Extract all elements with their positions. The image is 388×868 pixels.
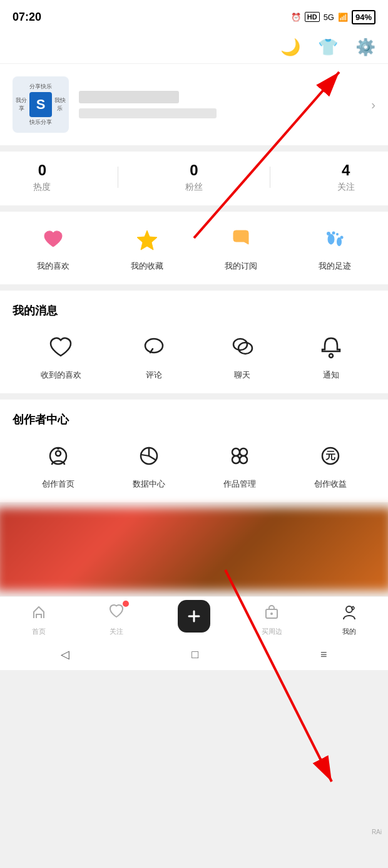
svg-text:元: 元 (325, 450, 335, 461)
profile-section[interactable]: 分享快乐 我分享 S 我快乐 快乐分享 › (0, 64, 388, 145)
stats-row: 0 热度 0 粉丝 4 关注 (0, 152, 388, 205)
status-bar: 07:20 ⏰ HD 5G 📶 94% (0, 0, 388, 31)
stat-follow-value: 4 (342, 162, 350, 179)
settings-button[interactable]: ⚙️ (355, 38, 375, 57)
quick-actions: 我的喜欢 我的收藏 我的订阅 我的足迹 (0, 212, 388, 284)
quick-action-likes[interactable]: 我的喜欢 (37, 224, 69, 272)
creator-section: 创作者中心 创作首页 数据中心 (0, 400, 388, 502)
likes-icon (38, 224, 68, 254)
message-item-chat[interactable]: 聊天 (226, 331, 258, 381)
creator-item-data[interactable]: 数据中心 (133, 440, 165, 490)
svg-point-6 (327, 232, 330, 235)
creator-works-icon (223, 440, 256, 472)
stat-heat[interactable]: 0 热度 (33, 162, 51, 193)
messages-items: 收到的喜欢 评论 聊天 (13, 331, 375, 381)
nav-shop-label: 买周边 (262, 627, 282, 636)
message-item-comment[interactable]: 评论 (138, 331, 170, 381)
nav-home-icon (30, 603, 48, 624)
msg-notify-icon (315, 331, 347, 363)
stat-divider-1 (118, 167, 118, 188)
msg-likes-icon (44, 331, 77, 363)
creator-item-income[interactable]: 元 创作收益 (314, 440, 347, 490)
quick-action-subscribe[interactable]: 我的订阅 (225, 224, 257, 272)
svg-point-14 (329, 354, 333, 358)
messages-section: 我的消息 收到的喜欢 评论 (0, 291, 388, 393)
avatar-left-text: 我分享 (15, 96, 28, 112)
menu-button[interactable]: ≡ (320, 648, 327, 661)
msg-chat-label: 聊天 (234, 369, 250, 381)
creator-title: 创作者中心 (13, 412, 375, 427)
svg-point-8 (336, 233, 339, 235)
creator-income-label: 创作收益 (314, 478, 347, 490)
creator-item-home[interactable]: 创作首页 (42, 440, 74, 490)
creator-data-label: 数据中心 (133, 478, 165, 490)
subscribe-icon (226, 224, 256, 254)
wifi-icon: 📶 (338, 13, 348, 22)
favorites-label: 我的收藏 (131, 261, 163, 272)
theme-button[interactable]: 👕 (318, 38, 338, 57)
msg-comment-icon (138, 331, 170, 363)
avatar-logo-icon: S (29, 92, 53, 117)
creator-items: 创作首页 数据中心 作品管理 (13, 440, 375, 490)
svg-point-16 (56, 451, 61, 456)
nav-item-follow[interactable]: 关注 (78, 603, 155, 636)
footprint-icon (320, 224, 350, 254)
alarm-icon: ⏰ (291, 13, 301, 22)
svg-point-20 (240, 448, 247, 456)
quick-action-favorites[interactable]: 我的收藏 (131, 224, 163, 272)
subscribe-label: 我的订阅 (225, 261, 257, 272)
avatar[interactable]: 分享快乐 我分享 S 我快乐 快乐分享 (13, 76, 69, 133)
status-icons: ⏰ HD 5G 📶 94% (291, 10, 375, 24)
follow-badge (123, 601, 129, 607)
nav-shop-icon (263, 603, 280, 624)
hd-icon: HD (305, 12, 320, 22)
nav-item-home[interactable]: 首页 (0, 603, 78, 636)
stat-follow[interactable]: 4 关注 (337, 162, 355, 193)
bottom-nav: 首页 关注 买周边 (0, 596, 388, 641)
svg-point-22 (240, 456, 247, 463)
creator-works-label: 作品管理 (223, 478, 256, 490)
avatar-right-text: 我快乐 (53, 96, 66, 112)
add-button[interactable] (178, 600, 210, 633)
quick-action-footprint[interactable]: 我的足迹 (319, 224, 351, 272)
stat-heat-label: 热度 (33, 182, 51, 193)
system-bar: ◁ □ ≡ (0, 641, 388, 670)
watermark: RAi (372, 829, 382, 835)
nav-home-label: 首页 (32, 627, 46, 636)
svg-point-26 (270, 612, 273, 615)
avatar-top-text1: 分享快乐 (29, 83, 52, 91)
likes-label: 我的喜欢 (37, 261, 69, 272)
stat-fans-value: 0 (190, 162, 198, 179)
nav-item-me[interactable]: 我的 (310, 603, 388, 636)
top-action-bar: 🌙 👕 ⚙️ (0, 31, 388, 64)
msg-chat-icon (226, 331, 258, 363)
profile-desc-blur (79, 108, 217, 118)
svg-point-17 (57, 447, 59, 450)
nav-item-shop[interactable]: 买周边 (233, 603, 310, 636)
signal-icon: 5G (324, 13, 334, 22)
nav-follow-icon (108, 603, 125, 624)
message-item-notify[interactable]: 通知 (315, 331, 347, 381)
nav-item-add[interactable] (155, 607, 233, 633)
creator-income-icon: 元 (314, 440, 347, 472)
message-item-likes[interactable]: 收到的喜欢 (41, 331, 81, 381)
svg-point-5 (328, 234, 334, 244)
creator-item-works[interactable]: 作品管理 (223, 440, 256, 490)
msg-notify-label: 通知 (323, 369, 339, 381)
nav-me-label: 我的 (342, 627, 356, 636)
night-mode-button[interactable]: 🌙 (280, 38, 300, 57)
back-button[interactable]: ◁ (61, 648, 69, 661)
profile-arrow[interactable]: › (371, 98, 375, 112)
messages-title: 我的消息 (13, 303, 375, 318)
svg-point-10 (340, 236, 344, 239)
svg-point-21 (232, 456, 240, 463)
creator-data-icon (133, 440, 165, 472)
svg-point-11 (145, 339, 163, 353)
home-button[interactable]: □ (191, 648, 198, 661)
creator-home-icon (42, 440, 74, 472)
stat-fans[interactable]: 0 粉丝 (185, 162, 203, 193)
avatar-bottom-text: 快乐分享 (29, 118, 52, 127)
profile-info (79, 91, 361, 118)
stat-follow-label: 关注 (337, 182, 355, 193)
profile-name-blur (79, 91, 179, 103)
